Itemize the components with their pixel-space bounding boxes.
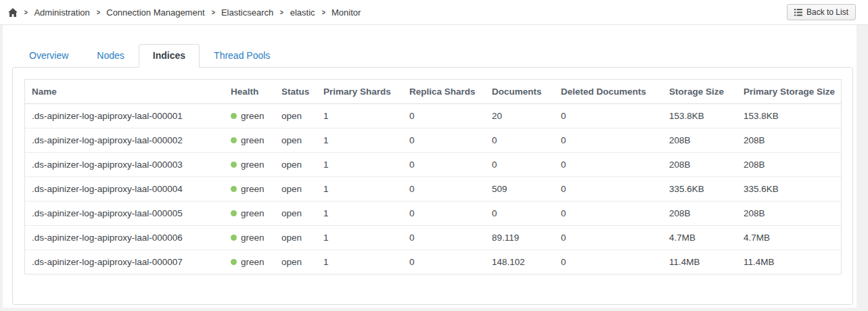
primary-shards-cell: 1 xyxy=(317,226,403,250)
status-cell: open xyxy=(275,201,317,226)
health-label: green xyxy=(241,208,265,218)
home-icon[interactable] xyxy=(8,8,18,17)
health-dot-icon xyxy=(231,186,237,192)
status-cell: open xyxy=(275,153,317,177)
replica-shards-cell: 0 xyxy=(403,250,485,274)
breadcrumb-item-elasticsearch[interactable]: Elasticsearch xyxy=(221,7,273,18)
health-dot-icon xyxy=(231,210,237,216)
replica-shards-cell: 0 xyxy=(403,128,485,153)
table-header-row: Name Health Status Primary Shards Replic… xyxy=(25,80,841,104)
column-header-health: Health xyxy=(224,80,275,104)
table-row: .ds-apinizer-log-apiproxy-laal-000005 gr… xyxy=(25,201,841,226)
table-row: .ds-apinizer-log-apiproxy-laal-000007 gr… xyxy=(25,250,841,274)
primary-storage-size-cell: 4.7MB xyxy=(737,226,841,250)
breadcrumb-item-connection-management[interactable]: Connection Management xyxy=(106,7,204,18)
top-bar: > Administration > Connection Management… xyxy=(0,0,868,25)
breadcrumb-item-monitor: Monitor xyxy=(332,7,361,18)
index-name-cell: .ds-apinizer-log-apiproxy-laal-000007 xyxy=(25,250,224,274)
tab-bar: Overview Nodes Indices Thread Pools xyxy=(3,44,856,68)
primary-shards-cell: 1 xyxy=(317,128,403,153)
health-dot-icon xyxy=(231,137,237,143)
health-dot-icon xyxy=(231,113,237,119)
column-header-primary-shards: Primary Shards xyxy=(317,80,403,104)
deleted-documents-cell: 0 xyxy=(554,201,662,226)
storage-size-cell: 11.4MB xyxy=(662,250,737,274)
status-cell: open xyxy=(275,226,317,250)
status-cell: open xyxy=(275,250,317,274)
health-cell: green xyxy=(224,226,275,250)
breadcrumb-item-administration[interactable]: Administration xyxy=(34,7,89,18)
column-header-deleted-documents: Deleted Documents xyxy=(554,80,662,104)
back-to-list-button[interactable]: Back to List xyxy=(787,4,856,20)
status-cell: open xyxy=(275,104,317,128)
deleted-documents-cell: 0 xyxy=(554,153,662,177)
documents-cell: 0 xyxy=(485,128,554,153)
index-name-cell: .ds-apinizer-log-apiproxy-laal-000001 xyxy=(25,104,224,128)
column-header-name: Name xyxy=(25,80,224,104)
replica-shards-cell: 0 xyxy=(403,201,485,226)
storage-size-cell: 153.8KB xyxy=(662,104,737,128)
table-row: .ds-apinizer-log-apiproxy-laal-000006 gr… xyxy=(25,226,841,250)
replica-shards-cell: 0 xyxy=(403,153,485,177)
tab-nodes[interactable]: Nodes xyxy=(83,44,138,68)
health-label: green xyxy=(241,184,265,194)
indices-panel: Name Health Status Primary Shards Replic… xyxy=(12,67,853,305)
column-header-primary-storage-size: Primary Storage Size xyxy=(737,80,841,104)
health-label: green xyxy=(241,257,265,267)
health-label: green xyxy=(241,233,265,243)
breadcrumb-item-elastic[interactable]: elastic xyxy=(290,7,315,18)
breadcrumb: > Administration > Connection Management… xyxy=(8,7,361,18)
primary-storage-size-cell: 335.6KB xyxy=(737,177,841,201)
replica-shards-cell: 0 xyxy=(403,226,485,250)
tab-overview[interactable]: Overview xyxy=(15,44,83,68)
replica-shards-cell: 0 xyxy=(403,104,485,128)
deleted-documents-cell: 0 xyxy=(554,177,662,201)
breadcrumb-separator: > xyxy=(280,8,283,16)
primary-shards-cell: 1 xyxy=(317,250,403,274)
health-cell: green xyxy=(224,201,275,226)
indices-table-container: Name Health Status Primary Shards Replic… xyxy=(24,79,842,274)
documents-cell: 509 xyxy=(485,177,554,201)
table-row: .ds-apinizer-log-apiproxy-laal-000001 gr… xyxy=(25,104,841,128)
health-cell: green xyxy=(224,128,275,153)
primary-storage-size-cell: 208B xyxy=(737,201,841,226)
primary-shards-cell: 1 xyxy=(317,201,403,226)
status-cell: open xyxy=(275,177,317,201)
status-cell: open xyxy=(275,128,317,153)
health-cell: green xyxy=(224,250,275,274)
column-header-replica-shards: Replica Shards xyxy=(403,80,485,104)
storage-size-cell: 208B xyxy=(662,153,737,177)
health-label: green xyxy=(241,135,265,145)
primary-storage-size-cell: 11.4MB xyxy=(737,250,841,274)
health-dot-icon xyxy=(231,235,237,241)
breadcrumb-separator: > xyxy=(24,8,28,16)
storage-size-cell: 4.7MB xyxy=(662,226,737,250)
tab-thread-pools[interactable]: Thread Pools xyxy=(200,44,284,68)
breadcrumb-separator: > xyxy=(96,8,99,16)
deleted-documents-cell: 0 xyxy=(554,128,662,153)
primary-shards-cell: 1 xyxy=(317,177,403,201)
table-row: .ds-apinizer-log-apiproxy-laal-000003 gr… xyxy=(25,153,841,177)
health-dot-icon xyxy=(231,162,237,168)
index-name-cell: .ds-apinizer-log-apiproxy-laal-000004 xyxy=(25,177,224,201)
primary-storage-size-cell: 208B xyxy=(737,128,841,153)
index-name-cell: .ds-apinizer-log-apiproxy-laal-000002 xyxy=(25,128,224,153)
storage-size-cell: 208B xyxy=(662,128,737,153)
health-dot-icon xyxy=(231,259,237,265)
storage-size-cell: 208B xyxy=(662,201,737,226)
back-to-list-label: Back to List xyxy=(806,7,848,17)
deleted-documents-cell: 0 xyxy=(554,104,662,128)
tab-indices[interactable]: Indices xyxy=(139,44,200,68)
documents-cell: 89.119 xyxy=(485,226,554,250)
column-header-storage-size: Storage Size xyxy=(662,80,737,104)
page-content: Overview Nodes Indices Thread Pools Name… xyxy=(3,25,856,308)
primary-storage-size-cell: 208B xyxy=(737,153,841,177)
table-row: .ds-apinizer-log-apiproxy-laal-000002 gr… xyxy=(25,128,841,153)
health-cell: green xyxy=(224,153,275,177)
health-cell: green xyxy=(224,177,275,201)
index-name-cell: .ds-apinizer-log-apiproxy-laal-000005 xyxy=(25,201,224,226)
health-label: green xyxy=(241,160,265,170)
primary-shards-cell: 1 xyxy=(317,153,403,177)
health-label: green xyxy=(241,111,265,121)
column-header-documents: Documents xyxy=(485,80,554,104)
